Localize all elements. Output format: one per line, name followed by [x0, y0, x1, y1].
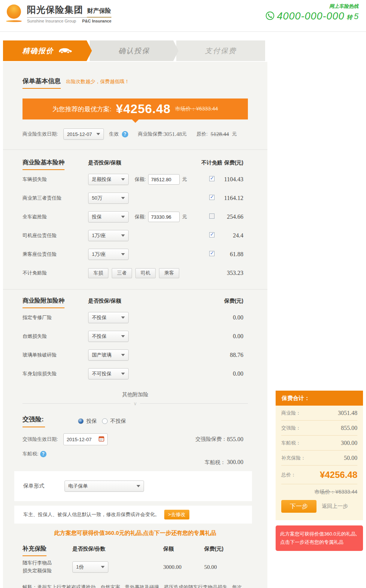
hotline-ext-number: 5 — [354, 12, 358, 21]
coverage-row-theft: 全车盗抢险 投保 保额: 元 254.66 — [3, 207, 267, 226]
phone-icon — [266, 11, 274, 22]
chevron-down-icon — [96, 133, 100, 135]
policy-info-title: 保单基本信息 — [22, 77, 61, 89]
col-header-fee-additional: 保费(元) — [223, 298, 243, 304]
logo-divider — [27, 17, 111, 18]
scratch-select[interactable]: 不可投保 — [88, 368, 129, 379]
compulsory-insure-radio[interactable] — [78, 418, 84, 424]
repair-shop-fee: 0.00 — [223, 314, 243, 321]
col-header-fee: 保费(元) — [223, 160, 243, 166]
effective-label: 生效 — [109, 131, 119, 137]
theft-select[interactable]: 投保 — [88, 211, 129, 222]
vehicle-tax-right-label: 车船税： — [204, 459, 225, 465]
spontaneous-fire-select[interactable]: 不投保 — [88, 331, 129, 342]
compulsory-date-picker[interactable]: 2015-12-07 — [63, 433, 108, 445]
more-additional-label[interactable]: 其他附加险 — [3, 391, 267, 398]
chevron-down-icon[interactable]: ∨ — [130, 401, 140, 406]
col-header-invest-supplement: 是否投保/份数 — [72, 546, 163, 552]
recommended-plan-banner: 为您推荐的最优方案: ¥4256.48 市场价：¥6333.44 — [22, 98, 248, 119]
theft-fee: 254.66 — [223, 213, 243, 220]
vehicle-damage-select[interactable]: 足额投保 — [88, 174, 129, 185]
commercial-premium-label: 商业险保费: — [138, 131, 164, 137]
tab-pay-premium[interactable]: 支付保费 — [176, 40, 265, 61]
brand-division-cn: 财产保险 — [87, 7, 111, 15]
compulsory-not-insure-radio[interactable] — [102, 418, 108, 424]
back-link[interactable]: 返回上一步 — [322, 503, 348, 510]
vehicle-tax-value: 300.00 — [227, 459, 243, 465]
waiver-btn-passenger[interactable]: 乘客 — [159, 268, 179, 278]
compulsory-insure-label: 投保 — [86, 418, 97, 425]
compulsory-premium-label: 交强险保费： — [195, 436, 227, 443]
driver-seat-fee: 24.4 — [223, 232, 243, 239]
brand-name-en: Sunshine Insurance Group — [27, 19, 76, 23]
supplement-explanation: 解释：承担车上行李被盗或遭抢劫，自然灾害、意外事故及碰撞、挤压造成的随车行李物品… — [22, 582, 243, 588]
owner-info-bar: 车主、投保人、被保人信息默认一致，修改后保费或许会变化。 >去修改 — [14, 506, 252, 524]
col-header-waiver: 不计免赔 — [201, 160, 223, 166]
basic-coverage-title: 商业险基本险种 — [22, 159, 64, 170]
next-step-button[interactable]: 下一步 — [281, 500, 316, 513]
waiver-fee: 353.23 — [223, 270, 243, 276]
waiver-btn-driver[interactable]: 司机 — [135, 268, 156, 278]
tab-confirm-insure[interactable]: 确认投保 — [90, 40, 178, 61]
chevron-down-icon — [121, 234, 125, 237]
third-party-waiver-checkbox[interactable] — [209, 195, 214, 200]
brand-name-cn: 阳光保险集团 — [27, 4, 83, 16]
waiver-btn-damage[interactable]: 车损 — [88, 268, 108, 278]
summary-market-price: 市场价：¥6333.44 — [281, 484, 357, 497]
chevron-down-icon — [121, 197, 125, 199]
policy-form-select[interactable]: 电子保单 — [64, 481, 144, 492]
coverage-row-vehicle-damage: 车辆损失险 足额投保 保额: 元 1104.43 — [3, 170, 267, 189]
vehicle-damage-waiver-checkbox[interactable] — [209, 176, 214, 181]
hotline-label: 网上车险热线 — [266, 3, 358, 10]
luggage-count-select[interactable]: 1份 — [72, 561, 108, 573]
compulsory-not-insure-label: 不投保 — [110, 418, 126, 425]
theft-waiver-checkbox[interactable] — [209, 213, 214, 219]
luggage-fee: 50.00 — [204, 564, 244, 570]
supplement-title: 补充保险 — [22, 545, 46, 556]
summary-row-compulsory: 交强险： 855.00 — [281, 421, 357, 436]
tab-accurate-quote[interactable]: 精确报价 — [3, 40, 92, 61]
summary-row-tax: 车船税： 300.00 — [281, 436, 357, 451]
gift-promo-line: 此方案您可获得价值360.0元的礼品,点击下一步还有您的专属礼品 — [3, 530, 267, 537]
waiver-btn-third-party[interactable]: 三者 — [112, 268, 132, 278]
tax-help-icon[interactable]: ? — [40, 451, 46, 457]
chevron-down-icon — [121, 316, 125, 319]
chevron-down-icon — [121, 253, 125, 255]
repair-shop-select[interactable]: 不投保 — [88, 312, 129, 323]
site-header: 阳光保险集团 财产保险 Sunshine Insurance Group P&C… — [0, 0, 366, 32]
car-icon — [58, 46, 73, 55]
passenger-seat-waiver-checkbox[interactable] — [209, 251, 214, 256]
tab-confirm-insure-label: 确认投保 — [118, 46, 150, 56]
vehicle-damage-fee: 1104.43 — [223, 176, 243, 183]
help-icon[interactable]: ? — [122, 131, 128, 137]
policy-form-box: 保单形式 电子保单 — [14, 471, 252, 501]
commercial-date-select[interactable]: 2015-12-07 — [63, 128, 104, 140]
supplement-row-luggage: 随车行李物品 损失定额保险 1份 3000.00 50.00 — [3, 556, 267, 578]
driver-seat-select[interactable]: 1万/座 — [88, 230, 129, 241]
banner-prefix: 为您推荐的最优方案: — [52, 105, 112, 113]
third-party-fee: 1164.12 — [223, 195, 243, 201]
commercial-premium-value: 3051.48 — [164, 131, 182, 137]
orig-price-value: 5128.44 — [211, 131, 229, 137]
additional-row-glass: 玻璃单独破碎险 国产玻璃 88.76 — [3, 346, 267, 364]
chevron-down-icon — [136, 485, 140, 487]
brand-logo: 阳光保险集团 财产保险 Sunshine Insurance Group P&C… — [6, 4, 111, 23]
driver-seat-waiver-checkbox[interactable] — [209, 232, 214, 237]
col-header-invest: 是否投保/保额 — [88, 160, 201, 166]
additional-row-repair-shop: 指定专修厂险 不投保 0.00 — [3, 308, 267, 327]
compulsory-premium-value: 855.00 — [227, 436, 243, 443]
chevron-down-icon — [121, 354, 125, 356]
total-price: ¥4256.48 — [320, 470, 357, 480]
policy-form-label: 保单形式 — [23, 483, 64, 490]
col-header-amount-supplement: 保额 — [163, 546, 204, 552]
passenger-seat-select[interactable]: 1万/座 — [88, 249, 129, 260]
recommended-price: ¥4256.48 — [116, 102, 171, 116]
glass-select[interactable]: 国产玻璃 — [88, 349, 129, 361]
theft-amount-input[interactable] — [148, 212, 180, 222]
chevron-down-icon — [121, 216, 125, 218]
summary-title: 保费合计： — [276, 391, 363, 406]
vehicle-damage-amount-input[interactable] — [148, 174, 180, 185]
modify-button[interactable]: >去修改 — [164, 510, 189, 519]
brand-division-en: P&C Insurance — [82, 19, 111, 23]
third-party-select[interactable]: 50万 — [88, 193, 129, 204]
